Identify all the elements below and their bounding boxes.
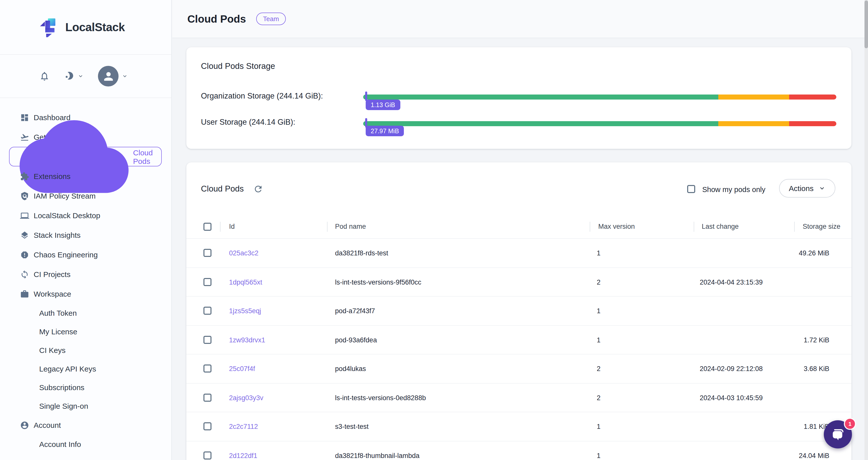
pod-id-link[interactable]: 2d122df1 — [229, 452, 257, 459]
scrollbar-track[interactable] — [865, 0, 868, 460]
sidebar-item-chaos-engineering[interactable]: Chaos Engineering — [0, 245, 171, 264]
scrollbar-thumb[interactable] — [865, 0, 868, 48]
sidebar-item-label: CI Projects — [34, 270, 70, 279]
notifications-bell-icon[interactable] — [39, 71, 50, 81]
column-header-storage-size[interactable]: Storage size — [803, 223, 840, 230]
person-circle-icon — [20, 421, 29, 430]
select-all-checkbox[interactable] — [204, 223, 212, 231]
sidebar-item-account[interactable]: Account — [0, 415, 171, 435]
row-checkbox[interactable] — [204, 422, 212, 430]
max-version-cell: 1 — [597, 452, 600, 459]
laptop-icon — [20, 211, 29, 220]
pod-id-link[interactable]: 025ac3c2 — [229, 249, 258, 257]
table-row: 2c2c7112s3-test-test11.81 KiB — [186, 412, 851, 441]
column-header-max-version[interactable]: Max version — [598, 223, 635, 230]
account-chevron-down-icon[interactable] — [122, 73, 128, 80]
pod-id-link[interactable]: 1zw93drvx1 — [229, 336, 265, 344]
show-my-pods-checkbox[interactable] — [687, 185, 695, 193]
pod-name-cell: pod-a72f43f7 — [335, 307, 375, 315]
storage-bar-segment-critical — [789, 121, 836, 126]
sidebar-item-label: My License — [39, 327, 78, 336]
row-checkbox[interactable] — [204, 336, 212, 344]
sidebar-item-my-license[interactable]: My License — [0, 322, 171, 341]
user-storage-bar — [363, 121, 836, 126]
sidebar-item-auth-token[interactable]: Auth Token — [0, 304, 171, 322]
table-row: 2ajsg03y3vls-int-tests-versions-0ed8288b… — [186, 383, 851, 412]
sidebar-item-ci-projects[interactable]: CI Projects — [0, 264, 171, 284]
org-storage-label: Organization Storage (244.14 GiB): — [201, 91, 323, 100]
theme-moon-icon[interactable] — [64, 71, 74, 81]
pod-id-link[interactable]: 2c2c7112 — [229, 423, 258, 430]
row-checkbox[interactable] — [204, 393, 212, 401]
max-version-cell: 1 — [597, 249, 600, 257]
sidebar-item-stack-insights[interactable]: Stack Insights — [0, 225, 171, 245]
content: Cloud Pods Storage Organization Storage … — [172, 39, 868, 460]
row-checkbox[interactable] — [204, 451, 212, 459]
show-my-pods-label[interactable]: Show my pods only — [702, 185, 765, 194]
pod-id-link[interactable]: 1jzs5s5eqj — [229, 307, 261, 315]
sidebar-item-label: IAM Policy Stream — [34, 192, 96, 200]
column-divider — [327, 222, 328, 232]
column-header-pod-name[interactable]: Pod name — [335, 223, 366, 230]
sidebar-item-workspace[interactable]: Workspace — [0, 284, 171, 304]
logo[interactable]: LocalStack — [0, 0, 171, 55]
actions-chevron-down-icon — [818, 184, 826, 192]
storage-bar-segment-critical — [789, 94, 836, 99]
pod-id-link[interactable]: 25c07f4f — [229, 365, 255, 373]
sidebar-item-label: Account Info — [39, 440, 81, 449]
sidebar-item-label: Legacy API Keys — [39, 365, 96, 373]
pod-id-link[interactable]: 2ajsg03y3v — [229, 394, 264, 401]
pod-name-cell: pod4lukas — [335, 365, 366, 373]
storage-bar-segment-warning — [718, 121, 789, 126]
column-header-last-change[interactable]: Last change — [702, 223, 739, 230]
column-divider — [794, 222, 795, 232]
refresh-icon[interactable] — [253, 184, 263, 194]
storage-card: Cloud Pods Storage Organization Storage … — [186, 47, 851, 149]
row-checkbox[interactable] — [204, 278, 212, 286]
sidebar-nav: DashboardGetting StartedCloud PodsExtens… — [0, 98, 171, 460]
chat-unread-badge: 1 — [844, 418, 856, 430]
column-header-id[interactable]: Id — [229, 223, 235, 230]
sidebar-item-password-and-authentication[interactable]: Password and Authentication — [0, 454, 171, 460]
sidebar-item-label: Password and Authentication — [39, 459, 136, 460]
pod-name-cell: ls-int-tests-versions-9f56f0cc — [335, 278, 422, 286]
max-version-cell: 1 — [597, 336, 600, 344]
pod-name-cell: ls-int-tests-versions-0ed8288b — [335, 394, 426, 401]
theme-chevron-down-icon[interactable] — [78, 73, 84, 80]
sidebar-item-account-info[interactable]: Account Info — [0, 435, 171, 454]
sidebar-item-single-sign-on[interactable]: Single Sign-on — [0, 397, 171, 415]
storage-bar-segment-warning — [718, 94, 789, 99]
pod-name-cell: da3821f8-thumbnail-lambda — [335, 452, 420, 459]
row-checkbox[interactable] — [204, 249, 212, 257]
user-storage-usage-chip: 27.97 MiB — [366, 126, 404, 136]
sync-icon — [20, 270, 29, 279]
row-checkbox[interactable] — [204, 365, 212, 373]
table-body: 025ac3c2da3821f8-rds-test149.26 MiB1dpql… — [186, 239, 851, 460]
sidebar-item-label: LocalStack Desktop — [34, 211, 100, 220]
actions-button[interactable]: Actions — [779, 179, 835, 198]
sidebar-item-label: Account — [34, 421, 61, 429]
pod-id-link[interactable]: 1dpql565xt — [229, 278, 262, 286]
sidebar-item-ci-keys[interactable]: CI Keys — [0, 341, 171, 360]
app-window: LocalStack DashboardGetting StartedCloud… — [0, 0, 868, 460]
chat-bubble-icon — [830, 426, 846, 442]
puzzle-icon — [20, 172, 29, 181]
sidebar-item-label: Stack Insights — [34, 231, 81, 239]
row-checkbox[interactable] — [204, 307, 212, 315]
storage-card-title: Cloud Pods Storage — [201, 61, 275, 71]
table-row: 25c07f4fpod4lukas22024-02-09 22:12:083.6… — [186, 354, 851, 383]
sidebar-item-legacy-api-keys[interactable]: Legacy API Keys — [0, 360, 171, 378]
sidebar-toolbar — [0, 55, 171, 98]
actions-button-label: Actions — [789, 184, 813, 193]
table-header: Id Pod name Max version Last change Stor… — [186, 215, 851, 239]
sidebar-item-label: Cloud Pods — [133, 148, 161, 165]
avatar[interactable] — [98, 66, 119, 86]
brand-name: LocalStack — [65, 20, 125, 34]
sidebar-item-label: Workspace — [34, 290, 71, 298]
storage-bar-segment-ok — [363, 94, 718, 99]
sidebar-item-subscriptions[interactable]: Subscriptions — [0, 378, 171, 397]
cloud-pods-card: Cloud Pods Show my pods only Actions Id … — [186, 162, 851, 460]
sidebar-item-cloud-pods[interactable]: Cloud Pods — [9, 147, 162, 166]
max-version-cell: 1 — [597, 307, 600, 315]
pod-name-cell: da3821f8-rds-test — [335, 249, 388, 257]
